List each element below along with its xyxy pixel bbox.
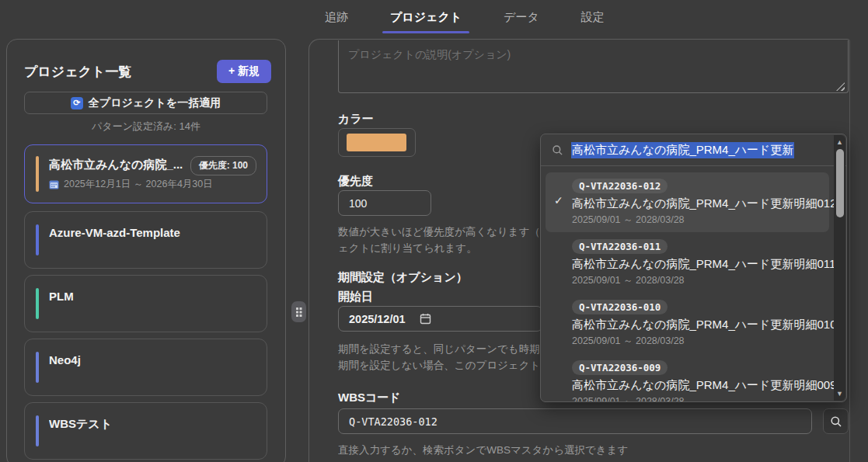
apply-all-projects-button[interactable]: ⟳ 全プロジェクトを一括適用 bbox=[24, 92, 267, 114]
wbs-result-list: ✓ Q-VTA22036-012 高松市立みんなの病院_PRM4_ハード更新明細… bbox=[541, 167, 834, 401]
wbs-code-chip: Q-VTA22036-011 bbox=[572, 239, 668, 254]
color-label: カラー bbox=[338, 112, 374, 127]
project-card-takamatsu[interactable]: 高松市立みんなの病院_... 優先度: 100 2025年12月1日 ～ 202… bbox=[24, 144, 267, 203]
tab-project[interactable]: プロジェクト bbox=[387, 1, 465, 34]
project-name: 高松市立みんなの病院_... bbox=[49, 158, 183, 172]
wbs-search-button[interactable] bbox=[823, 408, 849, 434]
tab-data[interactable]: データ bbox=[500, 1, 542, 34]
search-icon bbox=[830, 415, 842, 428]
wbs-code-chip: Q-VTA22036-009 bbox=[572, 360, 668, 375]
wbs-option-title: 高松市立みんなの病院_PRM4_ハード更新明細011 bbox=[572, 257, 820, 272]
wbs-code-chip: Q-VTA22036-012 bbox=[572, 179, 668, 193]
wbs-search-query: 高松市立みんなの病院_PRM4_ハード更新 bbox=[571, 142, 794, 158]
period-section-label: 期間設定（オプション） bbox=[338, 270, 468, 285]
project-accent-bar bbox=[36, 156, 39, 192]
project-name: Azure-VM-azd-Template bbox=[49, 226, 180, 239]
wbs-option-dates: 2025/09/01 ～ 2028/03/28 bbox=[572, 395, 820, 401]
project-accent-bar bbox=[36, 352, 39, 383]
scroll-up-icon[interactable]: ▲ bbox=[834, 138, 845, 146]
priority-help-line2: ェクトに割り当てられます。 bbox=[338, 241, 540, 255]
grip-dots-icon bbox=[296, 307, 298, 310]
project-list-title: プロジェクト一覧 bbox=[24, 63, 131, 81]
wbs-option-dates: 2025/09/01 ～ 2028/03/28 bbox=[572, 274, 820, 287]
wbs-master-dropdown: 高松市立みんなの病院_PRM4_ハード更新 ✓ Q-VTA22036-012 高… bbox=[540, 134, 847, 402]
wbs-option-012[interactable]: ✓ Q-VTA22036-012 高松市立みんなの病院_PRM4_ハード更新明細… bbox=[546, 172, 829, 232]
project-description-textarea[interactable] bbox=[338, 40, 849, 93]
project-name: WBSテスト bbox=[49, 417, 112, 432]
wbs-search-field[interactable]: 高松市立みんなの病院_PRM4_ハード更新 bbox=[541, 134, 846, 166]
wbs-code-input[interactable] bbox=[338, 408, 812, 434]
project-accent-bar bbox=[36, 224, 39, 255]
period-help-line2: 期間を設定しない場合、このプロジェクトは常に bbox=[338, 359, 540, 373]
panel-resize-handle[interactable] bbox=[291, 301, 306, 322]
wbs-option-011[interactable]: Q-VTA22036-011 高松市立みんなの病院_PRM4_ハード更新明細01… bbox=[546, 233, 829, 293]
project-accent-bar bbox=[36, 288, 39, 319]
wbs-option-010[interactable]: Q-VTA22036-010 高松市立みんなの病院_PRM4_ハード更新明細01… bbox=[546, 294, 829, 353]
top-tabbar: 追跡 プロジェクト データ 設定 bbox=[322, 0, 608, 35]
project-name: Neo4j bbox=[49, 353, 81, 366]
project-dates-text: 2025年12月1日 ～ 2026年4月30日 bbox=[64, 178, 213, 191]
calendar-icon bbox=[49, 179, 59, 189]
start-date-label: 開始日 bbox=[338, 290, 373, 304]
dropdown-scrollbar[interactable]: ▲ ▼ bbox=[834, 135, 845, 401]
project-accent-bar bbox=[36, 415, 39, 446]
wbs-code-chip: Q-VTA22036-010 bbox=[572, 300, 668, 314]
period-help-line1: 期間を設定すると、同じパターンでも時期によっ bbox=[338, 342, 540, 356]
project-name: PLM bbox=[49, 290, 74, 303]
project-date-range: 2025年12月1日 ～ 2026年4月30日 bbox=[49, 178, 213, 191]
tab-settings[interactable]: 設定 bbox=[578, 1, 608, 34]
calendar-icon[interactable] bbox=[420, 313, 431, 325]
apply-all-label: 全プロジェクトを一括適用 bbox=[89, 96, 221, 110]
wbs-option-dates: 2025/09/01 ～ 2028/03/28 bbox=[572, 335, 820, 348]
scrollbar-thumb[interactable] bbox=[836, 149, 844, 217]
start-date-value: 2025/12/01 bbox=[349, 313, 406, 325]
priority-help-line1: 数値が大きいほど優先度が高くなります（負の bbox=[338, 225, 540, 239]
wbs-option-title: 高松市立みんなの病院_PRM4_ハード更新明細009 bbox=[572, 378, 820, 393]
wbs-option-dates: 2025/09/01 ～ 2028/03/28 bbox=[572, 214, 820, 227]
wbs-option-title: 高松市立みんなの病院_PRM4_ハード更新明細010 bbox=[572, 318, 820, 332]
project-card-neo4j[interactable]: Neo4j bbox=[24, 339, 267, 396]
wbs-option-009[interactable]: Q-VTA22036-009 高松市立みんなの病院_PRM4_ハード更新明細00… bbox=[546, 354, 829, 401]
tab-tracking[interactable]: 追跡 bbox=[322, 1, 351, 34]
project-card-azure[interactable]: Azure-VM-azd-Template bbox=[24, 211, 267, 269]
app-window: 追跡 プロジェクト データ 設定 プロジェクト一覧 + 新規 ⟳ 全プロジェクト… bbox=[0, 0, 868, 462]
priority-input[interactable] bbox=[338, 190, 431, 216]
color-picker[interactable] bbox=[338, 128, 416, 157]
sync-icon: ⟳ bbox=[71, 97, 83, 109]
color-swatch bbox=[347, 134, 406, 151]
wbs-help-text: 直接入力するか、検索ボタンでWBSマスタから選択できます bbox=[338, 443, 820, 457]
project-card-plm[interactable]: PLM bbox=[24, 275, 267, 332]
wbs-code-label: WBSコード bbox=[338, 391, 401, 405]
scroll-down-icon[interactable]: ▼ bbox=[834, 390, 845, 398]
new-project-button[interactable]: + 新規 bbox=[217, 60, 271, 83]
pattern-count-label: パターン設定済み: 14件 bbox=[7, 120, 285, 134]
search-icon bbox=[552, 144, 563, 156]
start-date-input[interactable]: 2025/12/01 bbox=[338, 306, 542, 332]
priority-badge: 優先度: 100 bbox=[190, 156, 256, 175]
priority-label: 優先度 bbox=[338, 174, 373, 189]
wbs-option-title: 高松市立みんなの病院_PRM4_ハード更新明細012 bbox=[572, 196, 820, 211]
project-card-wbstest[interactable]: WBSテスト bbox=[24, 402, 267, 460]
check-icon: ✓ bbox=[554, 194, 563, 207]
project-list-panel: プロジェクト一覧 + 新規 ⟳ 全プロジェクトを一括適用 パターン設定済み: 1… bbox=[6, 39, 286, 462]
